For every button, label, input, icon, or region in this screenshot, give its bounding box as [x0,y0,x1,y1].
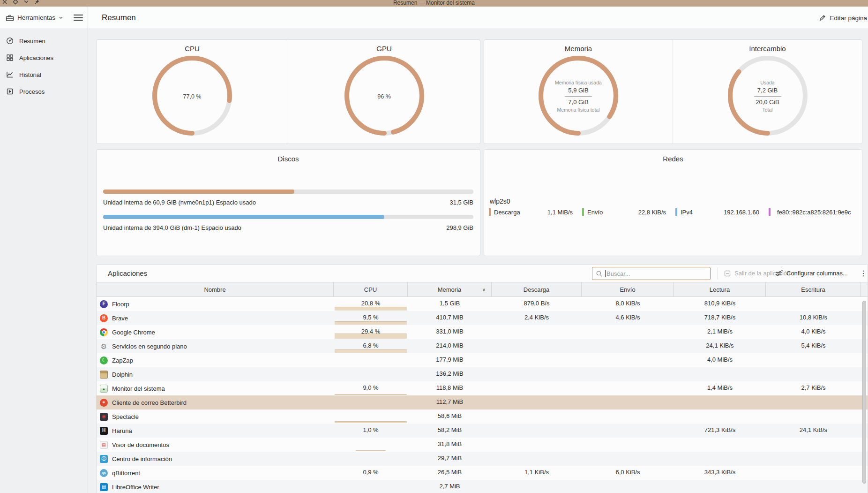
gauge-title: GPU [288,45,480,53]
app-icon: qb [100,469,108,477]
window-titlebar[interactable]: Resumen — Monitor del sistema [0,0,868,7]
tools-menu-button[interactable]: Herramientas [6,14,63,22]
cpu-history-sparkline [335,321,407,325]
table-body: FFloorp20,8 %1,5 GiB879,0 B/s8,0 KiB/s81… [97,297,868,493]
search-box[interactable] [592,267,711,280]
edit-page-button[interactable]: Editar página [819,7,868,29]
cell-upload [582,325,674,339]
gauge-title: Intercambio [673,45,862,53]
column-header-escritura[interactable]: Escritura [766,282,861,296]
sidebar-item-resumen[interactable]: Resumen [0,32,88,49]
app-row[interactable]: ☾ZapZap177,9 MiB4,0 MiB/s [97,353,868,367]
process-icon [6,88,14,95]
app-icon: ▲ [100,385,108,393]
cell-memory: 26,5 MiB [408,466,492,480]
cell-write [766,438,861,452]
disks-title: Discos [97,150,480,163]
app-row[interactable]: ▲Monitor del sistema9,0 %118,8 MiB1,4 Mi… [97,381,868,395]
hamburger-menu-button[interactable] [74,15,83,21]
app-icon: H [100,427,108,435]
search-icon [596,270,603,277]
app-row[interactable]: ⚙Servicios en segundo plano6,8 %214,0 Mi… [97,339,868,353]
column-header-lectura[interactable]: Lectura [674,282,766,296]
app-row[interactable]: BBrave9,5 %410,7 MiB2,4 KiB/s4,6 KiB/s71… [97,311,868,325]
disk-label: Unidad interna de 394,0 GiB (dm-1) Espac… [103,224,241,231]
cell-cpu [334,410,408,424]
restore-icon[interactable] [13,0,18,5]
cell-memory: 29,7 MiB [408,452,492,466]
app-row[interactable]: ⓘCentro de información29,7 MiB [97,452,868,466]
grid-icon [6,54,14,61]
legend-value: 1,1 MiB/s [547,209,573,216]
column-header-descarga[interactable]: Descarga [492,282,582,296]
app-row[interactable]: ◉Spectacle58,6 MiB [97,410,868,424]
cell-upload [582,339,674,353]
cell-read [674,452,766,466]
app-row[interactable]: FFloorp20,8 %1,5 GiB879,0 B/s8,0 KiB/s81… [97,297,868,311]
sidebar-item-historial[interactable]: Historial [0,66,88,83]
cell-upload [582,424,674,438]
cell-cpu [334,480,408,493]
gpu-gauge: GPU96 % [288,40,480,144]
cell-download [492,395,582,410]
app-row[interactable]: ▤Visor de documentos31,8 MiB [97,438,868,452]
configure-columns-icon [775,270,783,277]
cell-memory: 331,0 MiB [408,325,492,339]
memory-swap-card: MemoriaMemoria física usada5,9 GiB7,0 Gi… [484,39,862,144]
app-row[interactable]: Dolphin136,2 MiB [97,367,868,381]
legend-color-bar [489,208,491,216]
column-header-cpu[interactable]: CPU [334,282,408,296]
page-title: Resumen [102,13,136,23]
column-header-memoria[interactable]: Memoria∨ [408,282,492,296]
column-header-envío[interactable]: Envío [582,282,674,296]
app-row[interactable]: ▤LibreOffice Writer2,7 MiB [97,480,868,493]
configure-columns-button[interactable]: Configurar columnas... [775,265,848,282]
app-row[interactable]: ✶Cliente de correo Betterbird112,7 MiB [97,395,868,410]
network-interface-name: wlp2s0 [490,197,862,205]
cell-write: 10,8 KiB/s [766,311,861,325]
tools-menu-label: Herramientas [17,14,55,21]
app-row[interactable]: HHaruna1,0 %58,2 MiB721,3 KiB/s24,1 KiB/… [97,424,868,438]
cpu-gpu-card: CPU77,0 % GPU96 % [96,39,480,144]
pin-icon[interactable] [34,0,40,5]
app-name: Floorp [112,301,129,308]
disk-value: 298,9 GiB [446,224,473,231]
cell-name: ▲Monitor del sistema [97,381,334,395]
cell-name: FFloorp [97,297,334,311]
network-legend-item: IPv4192.168.1.60 [675,208,769,216]
cell-name: ◉Spectacle [97,410,334,424]
cell-cpu [334,438,408,452]
cell-upload [582,480,674,493]
minimize-icon[interactable] [23,0,29,5]
close-icon[interactable] [2,0,7,5]
app-row[interactable]: Google Chrome29,4 %331,0 MiB2,1 MiB/s4,0… [97,325,868,339]
cell-cpu: 6,8 % [334,339,408,353]
cell-memory: 410,7 MiB [408,311,492,325]
sidebar-item-aplicaciones[interactable]: Aplicaciones [0,49,88,66]
legend-label: Descarga [494,209,520,216]
cell-name: BBrave [97,311,334,325]
cell-name: Dolphin [97,367,334,381]
sidebar-item-procesos[interactable]: Procesos [0,83,88,100]
overflow-menu-button[interactable]: ⋮ [858,265,868,282]
window-controls [2,0,40,5]
history-chart-icon [6,71,14,78]
gauge-total-value: 7,0 GiB [568,98,588,106]
app-icon: ☾ [100,356,108,364]
disk-list: Unidad interna de 60,9 GiB (nvme0n1p1) E… [97,190,480,231]
cell-cpu: 20,8 % [334,297,408,311]
cell-read: 721,3 KiB/s [674,424,766,438]
column-header-nombre[interactable]: Nombre [97,282,334,296]
memory-gauge: MemoriaMemoria física usada5,9 GiB7,0 Gi… [484,40,673,144]
app-name: Servicios en segundo plano [112,343,187,350]
app-row[interactable]: qbqBittorrent0,9 %26,5 MiB1,1 KiB/s6,0 K… [97,466,868,480]
vertical-scrollbar[interactable] [862,301,866,484]
cell-memory: 58,2 MiB [408,424,492,438]
cpu-history-sparkline [335,421,407,423]
cell-cpu [334,367,408,381]
search-input[interactable] [606,270,700,277]
cell-cpu [334,353,408,367]
cell-memory: 136,2 MiB [408,367,492,381]
app-icon: ⓘ [100,455,108,463]
cell-read: 343,3 KiB/s [674,466,766,480]
